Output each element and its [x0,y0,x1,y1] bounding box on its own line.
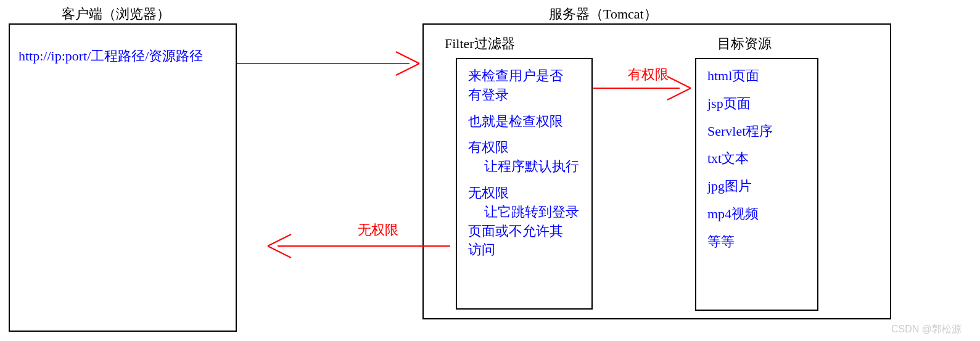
client-url: http://ip:port/工程路径/资源路径 [10,25,236,66]
filter-title: Filter过滤器 [445,35,515,53]
svg-line-1 [396,52,419,64]
svg-line-8 [268,246,291,258]
resource-item-4: txt文本 [707,149,806,168]
no-permission-label: 无权限 [358,221,398,239]
filter-line5: 让程序默认执行 [468,158,579,174]
resource-item-1: html页面 [707,67,806,86]
filter-line2: 有登录 [468,87,509,102]
filter-box: 来检查用户是否有登录 也就是检查权限 有权限让程序默认执行 无权限让它跳转到登录… [456,58,593,310]
watermark: CSDN @郭松源 [891,323,961,336]
filter-line8: 页面或不允许其 [468,223,563,239]
resource-item-6: mp4视频 [707,205,806,224]
has-permission-label: 有权限 [628,65,669,84]
resource-item-3: Servlet程序 [707,122,806,141]
filter-line1: 来检查用户是否 [468,68,563,83]
request-arrow-icon [237,48,422,79]
filter-line3: 也就是检查权限 [468,112,580,131]
resource-title: 目标资源 [717,35,772,53]
resource-content: html页面 jsp页面 Servlet程序 txt文本 jpg图片 mp4视频… [707,67,806,252]
filter-line7: 让它跳转到登录 [468,204,579,220]
resource-item-5: jpg图片 [707,177,806,196]
svg-line-2 [396,64,419,75]
filter-line6: 无权限 [468,185,509,200]
server-title: 服务器（Tomcat） [549,5,657,23]
svg-line-5 [667,88,691,100]
filter-content: 来检查用户是否有登录 也就是检查权限 有权限让程序默认执行 无权限让它跳转到登录… [468,67,580,260]
filter-line4: 有权限 [468,139,509,155]
client-title: 客户端（浏览器） [62,5,170,23]
svg-line-4 [667,76,691,88]
svg-line-7 [268,234,291,246]
filter-line9: 访问 [468,242,495,257]
resource-box: html页面 jsp页面 Servlet程序 txt文本 jpg图片 mp4视频… [695,58,818,311]
resource-item-7: 等等 [707,232,806,252]
resource-item-2: jsp页面 [707,94,806,113]
client-box: http://ip:port/工程路径/资源路径 [9,23,237,332]
